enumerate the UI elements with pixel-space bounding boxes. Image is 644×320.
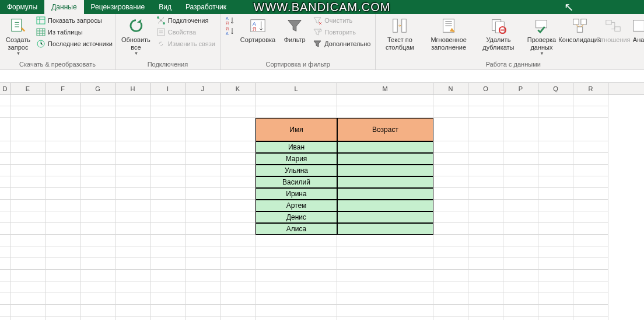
table-cell-name[interactable]: Денис xyxy=(256,211,337,223)
cell[interactable] xyxy=(10,153,46,165)
cell[interactable] xyxy=(46,165,80,176)
cell[interactable] xyxy=(10,211,46,223)
cell[interactable] xyxy=(538,246,573,258)
edit-links-button[interactable]: Изменить связи xyxy=(155,39,216,49)
cell[interactable] xyxy=(116,165,150,176)
cell[interactable] xyxy=(116,235,150,246)
cell[interactable] xyxy=(468,95,503,106)
cell[interactable] xyxy=(46,118,80,141)
flash-fill-button[interactable]: Мгновенное заполнение xyxy=(422,15,474,52)
cell[interactable] xyxy=(573,176,608,188)
cell[interactable] xyxy=(468,153,503,165)
cell[interactable] xyxy=(10,188,46,200)
cell[interactable] xyxy=(10,95,46,106)
cell[interactable] xyxy=(538,270,573,281)
cell[interactable] xyxy=(80,293,116,305)
cell[interactable] xyxy=(0,188,10,200)
cell[interactable] xyxy=(80,95,116,106)
cell[interactable] xyxy=(10,223,46,235)
cell[interactable] xyxy=(80,188,116,200)
cell[interactable] xyxy=(46,316,80,320)
cell[interactable] xyxy=(46,211,80,223)
sort-button[interactable]: АЯ Сортировка xyxy=(238,15,278,45)
cell[interactable] xyxy=(46,95,80,106)
cell[interactable] xyxy=(116,305,150,316)
tab-developer[interactable]: Разработчик xyxy=(178,0,233,14)
cell[interactable] xyxy=(468,270,503,281)
cell[interactable] xyxy=(538,176,573,188)
cell[interactable] xyxy=(186,211,220,223)
cell[interactable] xyxy=(46,223,80,235)
cell[interactable] xyxy=(0,316,10,320)
cell[interactable] xyxy=(538,106,573,118)
cell[interactable] xyxy=(10,165,46,176)
tab-view[interactable]: Вид xyxy=(152,0,178,14)
cell[interactable] xyxy=(433,188,468,200)
cell[interactable] xyxy=(468,246,503,258)
cell[interactable] xyxy=(538,200,573,211)
cell[interactable] xyxy=(538,188,573,200)
cell[interactable] xyxy=(468,316,503,320)
table-cell-name[interactable]: Мария xyxy=(256,153,337,165)
cell[interactable] xyxy=(116,153,150,165)
remove-duplicates-button[interactable]: Удалить дубликаты xyxy=(477,15,520,52)
cell[interactable] xyxy=(538,118,573,141)
cell[interactable] xyxy=(220,176,256,188)
cell[interactable] xyxy=(220,293,256,305)
cell[interactable] xyxy=(186,200,220,211)
create-query-button[interactable]: Создать запрос ▼ xyxy=(4,15,33,57)
cell[interactable] xyxy=(186,258,220,270)
table-header-age[interactable]: Возраст xyxy=(337,118,433,141)
cell[interactable] xyxy=(0,200,10,211)
table-cell-age[interactable] xyxy=(337,153,433,165)
cell[interactable] xyxy=(538,258,573,270)
cell[interactable] xyxy=(0,211,10,223)
cell[interactable] xyxy=(538,293,573,305)
cell[interactable] xyxy=(116,281,150,293)
worksheet[interactable]: D E F G H I J K L M N O P Q R ИмяВозраст… xyxy=(0,83,644,320)
cell[interactable] xyxy=(256,258,337,270)
cell[interactable] xyxy=(116,200,150,211)
connections-button[interactable]: Подключения xyxy=(155,15,216,26)
cell[interactable] xyxy=(80,200,116,211)
cell[interactable] xyxy=(573,188,608,200)
cell[interactable] xyxy=(573,200,608,211)
cell[interactable] xyxy=(538,165,573,176)
cell[interactable] xyxy=(433,165,468,176)
cell[interactable] xyxy=(503,316,538,320)
cell[interactable] xyxy=(116,176,150,188)
cell[interactable] xyxy=(433,305,468,316)
cell[interactable] xyxy=(0,118,10,141)
cell[interactable] xyxy=(150,258,186,270)
col-header[interactable]: J xyxy=(186,83,220,94)
cell[interactable] xyxy=(503,153,538,165)
cell[interactable] xyxy=(186,223,220,235)
cell[interactable] xyxy=(468,305,503,316)
cell[interactable] xyxy=(0,246,10,258)
cell[interactable] xyxy=(10,235,46,246)
col-header[interactable]: N xyxy=(433,83,468,94)
table-cell-age[interactable] xyxy=(337,188,433,200)
cell[interactable] xyxy=(150,188,186,200)
cell[interactable] xyxy=(468,200,503,211)
cell[interactable] xyxy=(337,246,433,258)
cell[interactable] xyxy=(10,258,46,270)
col-header[interactable]: R xyxy=(573,83,608,94)
cell[interactable] xyxy=(538,316,573,320)
cell[interactable] xyxy=(538,281,573,293)
cell[interactable] xyxy=(80,270,116,281)
cell[interactable] xyxy=(433,211,468,223)
cell[interactable] xyxy=(468,281,503,293)
cell[interactable] xyxy=(150,211,186,223)
cell[interactable] xyxy=(468,235,503,246)
cell[interactable] xyxy=(337,305,433,316)
cell[interactable] xyxy=(468,258,503,270)
cell[interactable] xyxy=(186,118,220,141)
cell[interactable] xyxy=(503,165,538,176)
cell[interactable] xyxy=(186,106,220,118)
consolidate-button[interactable]: Консолидация xyxy=(564,15,596,45)
from-table-button[interactable]: Из таблицы xyxy=(35,27,114,37)
cell[interactable] xyxy=(10,176,46,188)
cell[interactable] xyxy=(10,118,46,141)
cell[interactable] xyxy=(256,246,337,258)
